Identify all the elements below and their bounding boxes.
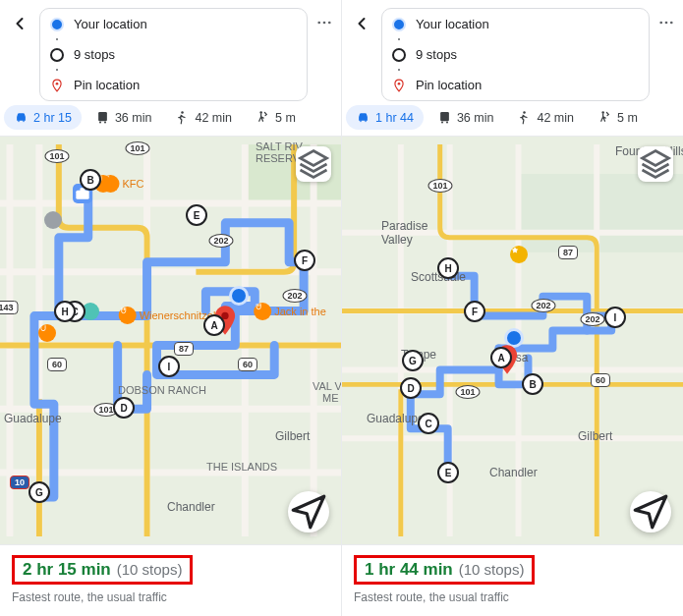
stop-marker[interactable]: B — [80, 169, 101, 191]
route-card[interactable]: Your location 9 stops Pin location — [39, 8, 308, 101]
mode-ride-eta: 5 m — [617, 111, 638, 125]
svg-point-15 — [659, 22, 662, 25]
destination-label: Pin location — [416, 78, 482, 92]
poi-star[interactable] — [510, 246, 528, 263]
stop-marker[interactable]: A — [203, 314, 225, 336]
svg-point-19 — [441, 122, 443, 124]
mode-transit-eta: 36 min — [457, 111, 494, 125]
poi-food[interactable] — [38, 324, 56, 342]
map-canvas[interactable]: SALT RIV RESERVAT DOBSON RANCH THE ISLAN… — [0, 137, 341, 544]
generic-marker — [44, 211, 62, 229]
stop-marker[interactable]: I — [158, 356, 180, 377]
stop-marker[interactable]: F — [464, 301, 485, 322]
route-subtitle: Fastest route, the usual traffic — [354, 590, 671, 604]
stop-marker[interactable]: C — [418, 413, 439, 434]
svg-point-7 — [182, 111, 185, 114]
stops-text: (10 stops) — [459, 561, 525, 578]
svg-point-6 — [104, 122, 106, 124]
stop-marker[interactable]: F — [294, 250, 315, 271]
svg-point-17 — [670, 22, 673, 25]
back-button[interactable] — [6, 8, 33, 42]
layers-button[interactable] — [638, 146, 673, 182]
your-location-label: Your location — [74, 17, 147, 31]
svg-rect-11 — [76, 191, 88, 199]
travel-modes: 1 hr 44 36 min 42 min 5 m — [342, 105, 683, 137]
svg-rect-4 — [98, 112, 107, 121]
stops-icon — [50, 48, 64, 62]
mode-drive[interactable]: 2 hr 15 — [4, 105, 82, 130]
comparison-right: Your location 9 stops Pin location 1 hr … — [342, 0, 683, 616]
poi-jack[interactable]: Jack in the — [254, 303, 326, 320]
stop-marker[interactable]: H — [54, 301, 76, 322]
mode-walk[interactable]: 42 min — [165, 105, 242, 130]
your-location-icon — [392, 18, 406, 31]
eta-highlight: 2 hr 15 min (10 stops) — [12, 555, 193, 585]
recenter-button[interactable] — [630, 491, 671, 532]
stop-marker[interactable]: H — [437, 257, 459, 279]
svg-point-1 — [317, 22, 320, 25]
your-location-icon — [50, 18, 64, 31]
stop-marker[interactable]: G — [402, 350, 424, 371]
map-canvas[interactable]: Fountain Hills Paradise Valley Scottsdal… — [342, 137, 683, 544]
stop-marker[interactable]: E — [186, 204, 207, 226]
mode-transit[interactable]: 36 min — [85, 105, 162, 130]
route-subtitle: Fastest route, the usual traffic — [12, 590, 329, 604]
svg-point-0 — [56, 82, 59, 84]
mode-ride-eta: 5 m — [275, 111, 296, 125]
svg-rect-18 — [440, 112, 449, 121]
svg-point-16 — [665, 22, 668, 25]
route-card[interactable]: Your location 9 stops Pin location — [381, 8, 650, 101]
mode-rideshare[interactable]: 5 m — [588, 105, 648, 130]
result-sheet[interactable]: 1 hr 44 min (10 stops) Fastest route, th… — [342, 544, 683, 616]
stops-count-label: 9 stops — [416, 47, 457, 62]
top-bar: Your location 9 stops Pin location — [342, 0, 683, 105]
svg-point-5 — [99, 122, 101, 124]
current-location-dot — [229, 286, 249, 306]
travel-modes: 2 hr 15 36 min 42 min 5 m — [0, 105, 341, 137]
destination-pin-icon — [392, 79, 406, 92]
stop-marker[interactable]: I — [604, 307, 626, 328]
mode-rideshare[interactable]: 5 m — [246, 105, 306, 130]
layers-button[interactable] — [296, 146, 331, 182]
mode-walk[interactable]: 42 min — [507, 105, 584, 130]
stop-marker[interactable]: B — [522, 373, 543, 395]
stop-marker[interactable]: G — [28, 481, 50, 503]
stop-marker[interactable]: D — [400, 377, 422, 399]
mode-transit[interactable]: 36 min — [427, 105, 504, 130]
eta-text: 2 hr 15 min — [23, 560, 111, 580]
svg-point-21 — [524, 111, 527, 114]
stop-marker[interactable]: D — [113, 397, 135, 419]
top-bar: Your location 9 stops Pin location — [0, 0, 341, 105]
svg-point-2 — [323, 22, 326, 25]
svg-point-14 — [398, 82, 401, 84]
stop-marker[interactable]: A — [490, 347, 512, 368]
eta-highlight: 1 hr 44 min (10 stops) — [354, 555, 535, 585]
destination-label: Pin location — [74, 78, 140, 92]
svg-point-20 — [446, 122, 448, 124]
eta-text: 1 hr 44 min — [365, 560, 453, 580]
mode-walk-eta: 42 min — [537, 111, 574, 125]
stops-text: (10 stops) — [117, 561, 183, 578]
stop-marker[interactable]: E — [437, 462, 459, 483]
poi-wiener[interactable]: Wienerschnitzel — [119, 307, 216, 324]
stops-icon — [392, 48, 406, 62]
mode-drive-eta: 2 hr 15 — [33, 111, 72, 125]
back-button[interactable] — [348, 8, 375, 42]
stops-count-label: 9 stops — [74, 47, 115, 62]
mode-walk-eta: 42 min — [195, 111, 232, 125]
recenter-button[interactable] — [288, 491, 329, 532]
svg-point-3 — [328, 22, 331, 25]
overflow-menu-button[interactable] — [313, 8, 335, 40]
destination-pin-icon — [50, 79, 64, 92]
overflow-menu-button[interactable] — [655, 8, 677, 40]
mode-drive-eta: 1 hr 44 — [375, 111, 414, 125]
mode-transit-eta: 36 min — [115, 111, 152, 125]
comparison-left: Your location 9 stops Pin location — [0, 0, 342, 616]
result-sheet[interactable]: 2 hr 15 min (10 stops) Fastest route, th… — [0, 544, 341, 616]
your-location-label: Your location — [416, 17, 489, 31]
mode-drive[interactable]: 1 hr 44 — [346, 105, 424, 130]
